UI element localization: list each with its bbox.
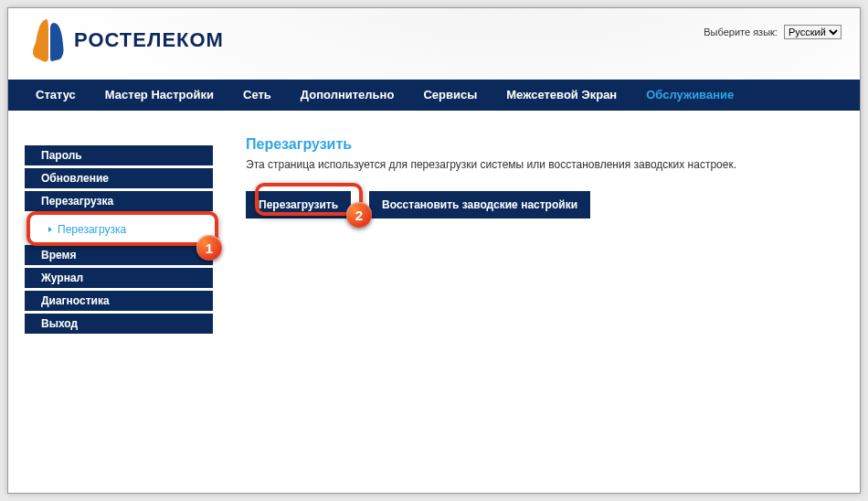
language-label: Выберите язык:	[704, 27, 778, 37]
sidebar-item-diagnostic[interactable]: Диагностика	[25, 291, 213, 311]
reboot-button[interactable]: Перезагрузить	[246, 191, 351, 219]
top-nav: Статус Мастер Настройки Сеть Дополнитель…	[8, 80, 860, 111]
sidebar-item-logout[interactable]: Выход	[25, 314, 213, 334]
brand-text: РОСТЕЛЕКОМ	[74, 28, 224, 52]
sidebar-item-time[interactable]: Время	[25, 245, 213, 265]
language-select[interactable]: Русский	[784, 25, 842, 39]
restore-button[interactable]: Восстановить заводские настройки	[369, 191, 590, 219]
nav-network[interactable]: Сеть	[228, 80, 286, 111]
nav-maintenance[interactable]: Обслуживание	[631, 80, 748, 111]
sidebar-subitem-reboot[interactable]: Перезагрузка	[48, 223, 213, 236]
sidebar-subitem-label: Перезагрузка	[58, 223, 126, 236]
sidebar-item-update[interactable]: Обновление	[25, 168, 213, 188]
page-description: Эта страница используется для перезагруз…	[246, 158, 838, 171]
header: Выберите язык: Русский РОСТЕЛЕКОМ	[8, 8, 860, 80]
sidebar: Пароль Обновление Перезагрузка Перезагру…	[8, 114, 224, 493]
nav-services[interactable]: Сервисы	[408, 80, 492, 111]
nav-wizard[interactable]: Мастер Настройки	[90, 80, 228, 111]
content-area: Перезагрузить Эта страница используется …	[224, 114, 860, 493]
sidebar-subgroup: Перезагрузка	[25, 214, 213, 245]
page-title: Перезагрузить	[246, 136, 838, 153]
sidebar-item-reboot[interactable]: Перезагрузка	[25, 191, 213, 211]
nav-firewall[interactable]: Межсетевой Экран	[492, 80, 631, 111]
rostelecom-logo-icon	[30, 17, 67, 63]
sidebar-item-log[interactable]: Журнал	[25, 268, 213, 288]
nav-advanced[interactable]: Дополнительно	[286, 80, 409, 111]
button-row: Перезагрузить Восстановить заводские нас…	[246, 191, 838, 219]
nav-status[interactable]: Статус	[21, 80, 90, 111]
language-selector-area: Выберите язык: Русский	[704, 25, 842, 39]
sidebar-item-password[interactable]: Пароль	[25, 145, 213, 165]
